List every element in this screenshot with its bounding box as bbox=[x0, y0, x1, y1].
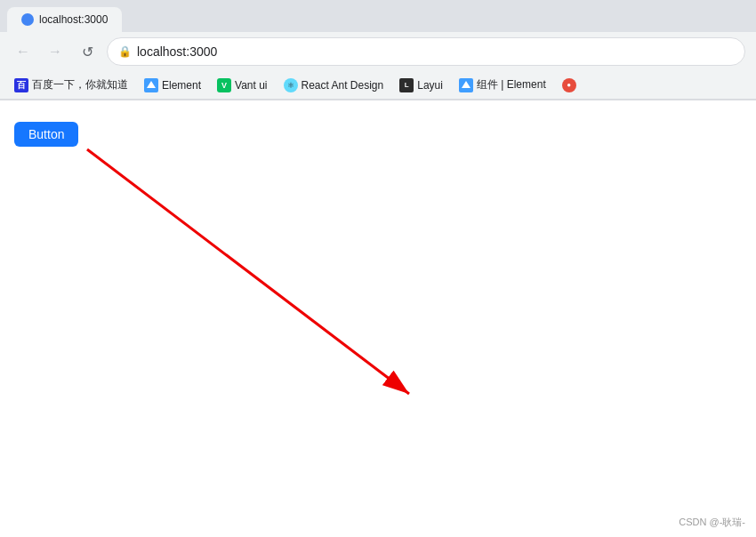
tab-favicon bbox=[21, 13, 34, 26]
bookmark-element-label: Element bbox=[162, 79, 201, 92]
svg-line-3 bbox=[87, 149, 409, 394]
bookmark-react[interactable]: ⚛ React Ant Design bbox=[277, 76, 391, 95]
bookmark-element[interactable]: Element bbox=[137, 76, 208, 95]
tab-bar: localhost:3000 bbox=[0, 0, 756, 32]
lock-icon: 🔒 bbox=[118, 45, 132, 58]
comp-icon bbox=[459, 78, 473, 92]
last-icon: ● bbox=[562, 78, 576, 92]
vant-icon: V bbox=[217, 78, 231, 92]
page-content: Button CSDN @-耿瑞- bbox=[0, 100, 756, 537]
address-box[interactable]: 🔒 localhost:3000 bbox=[107, 37, 745, 66]
bookmark-vant-label: Vant ui bbox=[235, 79, 267, 92]
bookmark-baidu-label: 百度一下，你就知道 bbox=[32, 77, 128, 92]
tab-title: localhost:3000 bbox=[39, 13, 108, 26]
url-text: localhost:3000 bbox=[137, 44, 217, 59]
baidu-icon: 百 bbox=[14, 78, 28, 92]
bookmark-layui-label: Layui bbox=[417, 79, 443, 92]
address-bar-row: ← → ↺ 🔒 localhost:3000 bbox=[0, 32, 756, 71]
bookmark-react-label: React Ant Design bbox=[302, 79, 384, 92]
svg-marker-1 bbox=[462, 81, 470, 88]
bookmark-comp-label: 组件 | Element bbox=[477, 77, 546, 92]
browser-tab[interactable]: localhost:3000 bbox=[7, 7, 122, 32]
browser-chrome: localhost:3000 ← → ↺ 🔒 localhost:3000 百 … bbox=[0, 0, 756, 100]
watermark: CSDN @-耿瑞- bbox=[679, 516, 745, 529]
reload-button[interactable]: ↺ bbox=[75, 39, 100, 64]
bookmark-comp[interactable]: 组件 | Element bbox=[452, 75, 553, 95]
arrow-annotation bbox=[0, 100, 756, 537]
layui-icon: L bbox=[399, 78, 414, 92]
back-button[interactable]: ← bbox=[11, 39, 36, 64]
main-button[interactable]: Button bbox=[14, 122, 78, 147]
bookmark-vant[interactable]: V Vant ui bbox=[210, 76, 274, 95]
bookmark-baidu[interactable]: 百 百度一下，你就知道 bbox=[7, 75, 135, 95]
bookmarks-bar: 百 百度一下，你就知道 Element V Vant ui ⚛ React An… bbox=[0, 71, 756, 100]
react-icon: ⚛ bbox=[284, 78, 298, 92]
svg-marker-0 bbox=[147, 81, 156, 88]
element-icon bbox=[144, 78, 158, 92]
forward-button[interactable]: → bbox=[43, 39, 68, 64]
bookmark-last[interactable]: ● bbox=[555, 76, 583, 95]
bookmark-layui[interactable]: L Layui bbox=[392, 76, 450, 95]
